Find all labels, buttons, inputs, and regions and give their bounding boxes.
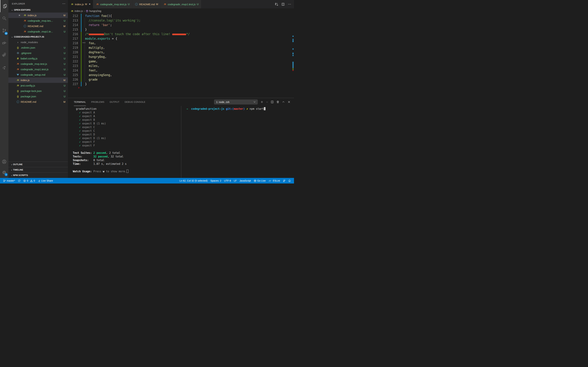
overview-ruler-mark [293, 68, 294, 70]
activity-item-search[interactable] [0, 12, 9, 25]
terminal-line: Time: 1.07 s, estimated 2 s [73, 162, 181, 166]
status-live-share[interactable]: Live Share [36, 179, 54, 182]
tree-item-package-json[interactable]: {}package.jsonU [9, 94, 68, 99]
tree-item-jest-config-js[interactable]: JSjest.config.jsU [9, 83, 68, 88]
terminal-line: ✓ expect C [73, 129, 181, 133]
code-line: 212function foo(){ [68, 14, 294, 18]
terminal-text: ✓ [73, 133, 82, 136]
panel-tab-output[interactable]: OUTPUT [110, 98, 119, 106]
tab-index-js[interactable]: JSindex.jsM× [68, 0, 93, 8]
tree-item-readme-md[interactable]: iREADME.mdM [9, 99, 68, 105]
maximize-panel-button[interactable] [282, 100, 285, 103]
terminal-text: 32 passed [93, 155, 107, 158]
terminal-picker[interactable]: 1: node, zsh [214, 100, 258, 105]
tree-item-codegrade-mvp-test-js[interactable]: JScodegrade_mvp.test.jsU [9, 61, 68, 67]
tree-item-gitignore[interactable]: .gitignoreU [9, 50, 68, 56]
section-outline[interactable]: ›OUTLINE [9, 162, 68, 167]
activity-item-run-debug[interactable] [0, 37, 9, 49]
status-eol[interactable]: LF [232, 179, 238, 182]
activity-item-settings[interactable]: 1 [0, 167, 9, 178]
chevron-right-icon: › [11, 169, 12, 171]
status-feedback[interactable] [281, 179, 287, 182]
close-panel-button[interactable] [287, 100, 291, 103]
split-terminal-button[interactable] [271, 100, 274, 103]
activity-item-account[interactable] [0, 156, 9, 167]
close-icon[interactable]: × [89, 2, 91, 6]
status-notifications[interactable] [287, 179, 292, 182]
status-sync[interactable] [17, 179, 22, 182]
share-icon [38, 179, 40, 182]
split-editor-button[interactable] [281, 3, 285, 6]
terminal-text: 2 passed [93, 151, 106, 154]
plus-icon [260, 100, 263, 103]
status-indentation[interactable]: Spaces: 2 [209, 179, 223, 182]
tree-item-package-lock-json[interactable]: {}package-lock.jsonU [9, 88, 68, 94]
section-project[interactable]: ⌄ CODEGRADED-PROJECT-JS [9, 34, 68, 40]
deleted-lines-marker [78, 87, 80, 89]
activity-item-source-control[interactable]: 12 [0, 25, 9, 37]
open-editor-codegrade-mvp-tes[interactable]: JScodegrade_mvp.tes...U [9, 18, 68, 23]
code-token: = { [110, 37, 117, 40]
activity-item-extensions[interactable] [0, 49, 9, 61]
open-changes-button[interactable] [275, 3, 278, 6]
code-token: , [110, 73, 112, 77]
status-eslint[interactable]: ✓✓ESLint [267, 179, 281, 182]
new-terminal-dropdown-button[interactable] [266, 101, 268, 103]
terminal-line: ✓ expect F [73, 140, 181, 144]
terminal-pane-tests[interactable]: gradeFunction ✓ expect A ✓ expect A ✓ ex… [68, 106, 181, 178]
terminal-line: ✓ expect B [73, 118, 181, 122]
terminal-panel: TERMINALPROBLEMSOUTPUTDEBUG CONSOLE 1: n… [68, 98, 294, 178]
close-icon[interactable]: × [18, 14, 22, 17]
open-editor-readme-md[interactable]: iREADME.mdM [9, 23, 68, 29]
panel-tab-problems[interactable]: PROBLEMS [91, 98, 104, 106]
panel-tab-terminal[interactable]: TERMINAL [74, 98, 86, 106]
tree-item-label: codegrade_mvp.test.js [21, 62, 62, 65]
warning-icon [30, 179, 33, 182]
terminal-pane-shell[interactable]: → codegraded-project-js git:(master) ✗ n… [181, 106, 294, 178]
section-open-editors[interactable]: ⌄ OPEN EDITORS [9, 7, 68, 13]
panel-tab-debug-console[interactable]: DEBUG CONSOLE [125, 98, 146, 106]
code-editor[interactable]: 212function foo(){213 //console.log('its… [68, 14, 294, 98]
overview-ruler-mark [293, 40, 294, 42]
terminal-text: 1.07 s, estimated 2 s [93, 162, 127, 166]
breadcrumb[interactable]: JS index.js › hungryDog [68, 8, 294, 14]
tree-item-codegrade-mvp1-test-js[interactable]: JScodegrade_mvp1.test.jsU [9, 67, 68, 72]
terminal-cursor-hollow [127, 169, 129, 173]
more-actions-button[interactable]: ⋯ [288, 3, 291, 5]
tab-readme-md[interactable]: iREADME.mdM [132, 0, 161, 8]
status-encoding[interactable]: UTF-8 [223, 179, 232, 182]
status-branch[interactable]: master* [2, 179, 17, 182]
status-cursor-position[interactable]: Ln 62, Col 32 (5 selected) [178, 179, 209, 182]
tab-codegrade-mvp-test-js[interactable]: JScodegrade_mvp.test.jsU [93, 0, 132, 8]
status-label: 0 [34, 179, 35, 182]
status-language[interactable]: JavaScript [238, 179, 252, 182]
open-editor-codegrade-mvp1-te[interactable]: JScodegrade_mvp1.te...U [9, 29, 68, 34]
activity-item-live-share[interactable] [0, 61, 9, 73]
tree-item-babel-config-js[interactable]: Bbabel.config.jsU [9, 56, 68, 61]
info-circle-icon: i [17, 100, 19, 103]
sidebar-more-actions[interactable]: ⋯ [62, 2, 66, 6]
tree-item-eslintrc-json[interactable]: {}.eslintrc.jsonU [9, 45, 68, 50]
tree-item-label: package.json [21, 95, 62, 98]
section-timeline[interactable]: ›TIMELINE [9, 167, 68, 173]
tree-item-codegrade-setup-md[interactable]: codegrade_setup.mdU [9, 72, 68, 77]
tree-item-label: README.md [21, 100, 62, 103]
status-go-live[interactable]: Go Live [252, 179, 267, 182]
terminal-text: expect B (1 ms) [82, 122, 106, 125]
overview-ruler-mark [293, 67, 294, 68]
open-editor-index-js[interactable]: ×JSindex.jsM [9, 13, 68, 18]
terminal-text [188, 107, 191, 110]
activity-item-explorer[interactable] [0, 0, 9, 12]
code-text: dogYears, [82, 50, 105, 55]
kill-terminal-button[interactable] [276, 100, 279, 103]
babel-file-icon: B [16, 57, 20, 60]
status-problems[interactable]: 00 [22, 179, 36, 182]
tab-codegrade-mvp1-test-js[interactable]: JScodegrade_mvp1.test.jsU [161, 0, 201, 8]
tree-item-node-modules[interactable]: ›node_modules [9, 40, 68, 45]
terminal-line: ✓ expect A [73, 111, 181, 115]
terminal-line: ✓ expect C [73, 125, 181, 129]
new-terminal-button[interactable] [260, 100, 263, 103]
terminal-text: codegraded-project-js [191, 107, 224, 110]
tree-item-index-js[interactable]: JSindex.jsM [9, 77, 68, 83]
section-npm-scripts[interactable]: ›NPM SCRIPTS [9, 173, 68, 178]
